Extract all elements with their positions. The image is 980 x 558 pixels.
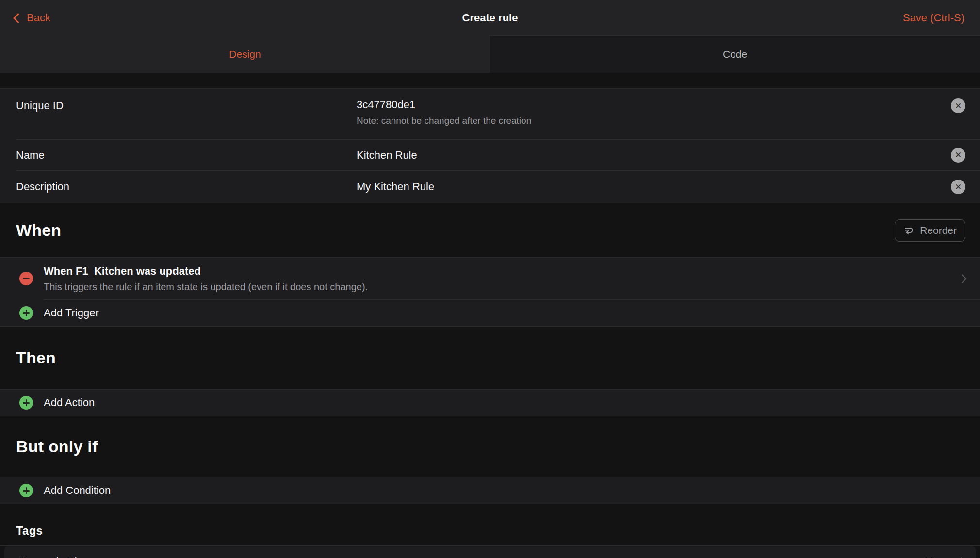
field-value-wrap: Kitchen Rule bbox=[357, 149, 943, 162]
tab-code-label: Code bbox=[723, 49, 747, 60]
but-only-if-heading: But only if bbox=[16, 437, 98, 456]
plus-circle-icon bbox=[19, 484, 33, 497]
condition-list: Add Condition bbox=[0, 477, 980, 504]
add-trigger-label: Add Trigger bbox=[44, 307, 99, 319]
back-button[interactable]: Back bbox=[15, 12, 50, 24]
field-unique-id[interactable]: Unique ID 3c47780de1 Note: cannot be cha… bbox=[0, 89, 980, 139]
reorder-label: Reorder bbox=[920, 225, 957, 236]
minus-circle-icon[interactable] bbox=[19, 272, 33, 285]
trigger-subtitle: This triggers the rule if an item state … bbox=[44, 281, 368, 293]
action-list: Add Action bbox=[0, 389, 980, 416]
add-condition-button[interactable]: Add Condition bbox=[0, 477, 980, 504]
semantic-class-value: None bbox=[926, 555, 951, 558]
plus-circle-icon bbox=[19, 396, 33, 410]
clear-name-button[interactable]: ✕ bbox=[951, 148, 965, 163]
trigger-item[interactable]: When F1_Kitchen was updated This trigger… bbox=[0, 258, 980, 299]
semantic-class-row[interactable]: Semantic Class None bbox=[4, 546, 976, 558]
semantic-class-label: Semantic Class bbox=[19, 555, 94, 558]
add-trigger-button[interactable]: Add Trigger bbox=[0, 300, 980, 326]
then-heading: Then bbox=[16, 348, 56, 367]
section-then: Then bbox=[0, 327, 980, 389]
field-value-wrap: My Kitchen Rule bbox=[357, 181, 943, 193]
circle-x-icon: ✕ bbox=[955, 101, 962, 111]
plus-circle-icon bbox=[19, 306, 33, 320]
save-button[interactable]: Save (Ctrl-S) bbox=[903, 12, 964, 24]
clear-unique-id-button[interactable]: ✕ bbox=[951, 98, 965, 113]
tab-design[interactable]: Design bbox=[0, 35, 490, 73]
trigger-list: When F1_Kitchen was updated This trigger… bbox=[0, 257, 980, 327]
tab-bar: Design Code bbox=[0, 35, 980, 73]
chevron-right-icon bbox=[958, 274, 966, 283]
reorder-icon bbox=[903, 226, 914, 235]
trigger-title: When F1_Kitchen was updated bbox=[44, 265, 368, 278]
add-action-button[interactable]: Add Action bbox=[0, 390, 980, 416]
section-tags: Tags bbox=[0, 504, 980, 546]
field-label: Unique ID bbox=[16, 99, 357, 112]
circle-x-icon: ✕ bbox=[955, 182, 962, 192]
semantic-card: Semantic Class None bbox=[4, 546, 976, 558]
rule-form-list: Unique ID 3c47780de1 Note: cannot be cha… bbox=[0, 88, 980, 203]
chevron-left-icon bbox=[13, 13, 23, 23]
tab-code[interactable]: Code bbox=[490, 35, 980, 73]
field-label: Name bbox=[16, 149, 357, 162]
add-condition-label: Add Condition bbox=[44, 484, 111, 497]
section-but-only-if: But only if bbox=[0, 416, 980, 477]
trigger-text: When F1_Kitchen was updated This trigger… bbox=[44, 265, 368, 293]
navbar: Back Create rule Save (Ctrl-S) bbox=[0, 0, 980, 35]
clear-description-button[interactable]: ✕ bbox=[951, 180, 965, 194]
tab-design-label: Design bbox=[229, 49, 261, 60]
field-value-wrap: 3c47780de1 Note: cannot be changed after… bbox=[357, 98, 943, 126]
reorder-button[interactable]: Reorder bbox=[895, 219, 965, 242]
field-label: Description bbox=[16, 181, 357, 193]
semantic-class-value-wrap: None bbox=[926, 555, 964, 558]
field-description[interactable]: Description My Kitchen Rule ✕ bbox=[0, 171, 980, 203]
when-heading: When bbox=[16, 221, 61, 240]
unique-id-note: Note: cannot be changed after the creati… bbox=[357, 115, 943, 126]
description-value[interactable]: My Kitchen Rule bbox=[357, 181, 943, 193]
add-action-label: Add Action bbox=[44, 396, 95, 409]
tags-heading: Tags bbox=[16, 524, 43, 538]
unique-id-value[interactable]: 3c47780de1 bbox=[357, 98, 943, 111]
section-when: When Reorder bbox=[0, 203, 980, 257]
create-rule-screen: Back Create rule Save (Ctrl-S) Design Co… bbox=[0, 0, 980, 558]
field-name[interactable]: Name Kitchen Rule ✕ bbox=[0, 140, 980, 170]
name-value[interactable]: Kitchen Rule bbox=[357, 149, 943, 162]
circle-x-icon: ✕ bbox=[955, 150, 962, 160]
page-title: Create rule bbox=[0, 12, 980, 24]
back-label: Back bbox=[27, 12, 50, 24]
spacer bbox=[0, 73, 980, 88]
